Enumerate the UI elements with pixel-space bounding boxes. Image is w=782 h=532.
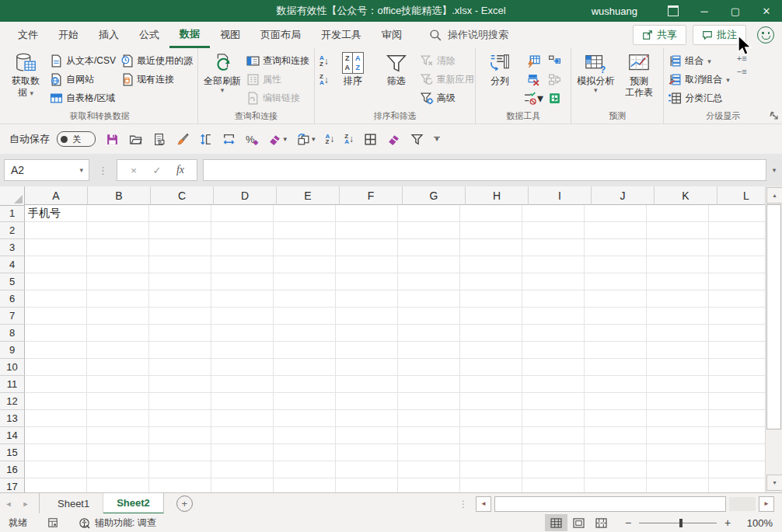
cell-G3[interactable]	[398, 239, 460, 256]
zoom-slider[interactable]: − +	[623, 516, 732, 529]
cell-L1[interactable]	[709, 205, 766, 222]
page-layout-view-button[interactable]	[567, 514, 590, 531]
column-header-E[interactable]: E	[277, 186, 340, 205]
new-sheet-button[interactable]: +	[176, 495, 193, 512]
hscroll-right-icon[interactable]: ►	[759, 496, 774, 512]
ribbon-display-options-icon[interactable]	[658, 0, 689, 22]
cell-I10[interactable]	[522, 359, 585, 376]
format-painter-button[interactable]	[176, 133, 189, 146]
cell-C7[interactable]	[149, 308, 211, 325]
cell-K14[interactable]	[647, 427, 709, 444]
hscroll-left-icon[interactable]: ◄	[476, 496, 491, 512]
reapply-filter-button[interactable]: 重新应用	[418, 71, 477, 89]
cell-I12[interactable]	[522, 393, 585, 410]
cell-H16[interactable]	[460, 461, 522, 478]
cell-F15[interactable]	[336, 444, 398, 461]
cell-K12[interactable]	[647, 393, 709, 410]
cell-L10[interactable]	[709, 359, 766, 376]
cell-C4[interactable]	[149, 256, 211, 273]
cell-F13[interactable]	[336, 410, 398, 427]
cell-H4[interactable]	[460, 256, 522, 273]
eraser-button[interactable]	[387, 133, 400, 146]
cell-C14[interactable]	[149, 427, 211, 444]
share-button[interactable]: 共享	[633, 25, 686, 45]
cell-F8[interactable]	[336, 325, 398, 342]
group-button[interactable]: 组合▾	[666, 52, 732, 70]
cell-B11[interactable]	[87, 376, 149, 393]
cell-J17[interactable]	[585, 478, 647, 492]
cell-C15[interactable]	[149, 444, 211, 461]
sort-button[interactable]: ZAAZ 排序	[331, 51, 375, 88]
select-all-corner[interactable]	[0, 186, 25, 206]
cell-B15[interactable]	[87, 444, 149, 461]
cell-F9[interactable]	[336, 342, 398, 359]
cell-J2[interactable]	[585, 222, 647, 239]
cell-E8[interactable]	[274, 325, 336, 342]
column-width-button[interactable]	[222, 133, 236, 146]
formula-bar-grip-icon[interactable]: ⋮	[98, 165, 108, 176]
cell-A15[interactable]	[25, 444, 87, 461]
cell-G8[interactable]	[398, 325, 460, 342]
cell-E15[interactable]	[274, 444, 336, 461]
row-header-13[interactable]: 13	[0, 410, 25, 427]
cell-H3[interactable]	[460, 239, 522, 256]
cell-H8[interactable]	[460, 325, 522, 342]
row-header-9[interactable]: 9	[0, 342, 25, 359]
cell-D9[interactable]	[211, 342, 274, 359]
cell-F5[interactable]	[336, 273, 398, 290]
get-data-button[interactable]: 获取数 据 ▾	[4, 51, 47, 99]
column-header-B[interactable]: B	[88, 186, 151, 205]
cell-A7[interactable]	[25, 308, 87, 325]
column-header-A[interactable]: A	[25, 186, 88, 205]
cell-G7[interactable]	[398, 308, 460, 325]
cell-I11[interactable]	[522, 376, 585, 393]
cell-J1[interactable]	[585, 205, 647, 222]
cell-G14[interactable]	[398, 427, 460, 444]
row-header-1[interactable]: 1	[0, 205, 25, 222]
cell-E6[interactable]	[274, 290, 336, 308]
formula-input[interactable]	[203, 159, 766, 181]
cell-L15[interactable]	[709, 444, 766, 461]
cell-B9[interactable]	[87, 342, 149, 359]
print-preview-button[interactable]	[152, 133, 166, 146]
manage-data-model-button[interactable]	[546, 89, 564, 107]
cell-I7[interactable]	[522, 308, 585, 325]
cell-I14[interactable]	[522, 427, 585, 444]
row-header-10[interactable]: 10	[0, 359, 25, 376]
scroll-down-icon[interactable]: ▾	[766, 475, 782, 491]
cell-D6[interactable]	[211, 290, 274, 308]
cell-F6[interactable]	[336, 290, 398, 308]
cell-J10[interactable]	[585, 359, 647, 376]
cell-E11[interactable]	[274, 376, 336, 393]
cell-B8[interactable]	[87, 325, 149, 342]
cell-H14[interactable]	[460, 427, 522, 444]
splitter-grip-icon[interactable]: ⋮	[459, 499, 468, 509]
cell-D16[interactable]	[211, 461, 274, 478]
cell-J5[interactable]	[585, 273, 647, 290]
cell-C16[interactable]	[149, 461, 211, 478]
cell-A10[interactable]	[25, 359, 87, 376]
cell-D5[interactable]	[211, 273, 274, 290]
cell-A3[interactable]	[25, 239, 87, 256]
cell-H13[interactable]	[460, 410, 522, 427]
cell-K13[interactable]	[647, 410, 709, 427]
row-header-3[interactable]: 3	[0, 239, 25, 256]
cell-G6[interactable]	[398, 290, 460, 308]
cell-F11[interactable]	[336, 376, 398, 393]
cell-A6[interactable]	[25, 290, 87, 308]
advanced-filter-button[interactable]: 高级	[418, 89, 477, 107]
save-button[interactable]	[106, 133, 119, 146]
name-box[interactable]: A2 ▾	[4, 159, 89, 181]
cell-C6[interactable]	[149, 290, 211, 308]
column-header-K[interactable]: K	[655, 186, 717, 205]
horizontal-scroll-thumb[interactable]	[494, 496, 726, 512]
cell-I17[interactable]	[522, 478, 585, 492]
cell-H15[interactable]	[460, 444, 522, 461]
cell-C13[interactable]	[149, 410, 211, 427]
cell-J12[interactable]	[585, 393, 647, 410]
cell-A12[interactable]	[25, 393, 87, 410]
cell-E1[interactable]	[274, 205, 336, 222]
cell-L5[interactable]	[709, 273, 766, 290]
cell-F2[interactable]	[336, 222, 398, 239]
cell-D17[interactable]	[211, 478, 274, 492]
